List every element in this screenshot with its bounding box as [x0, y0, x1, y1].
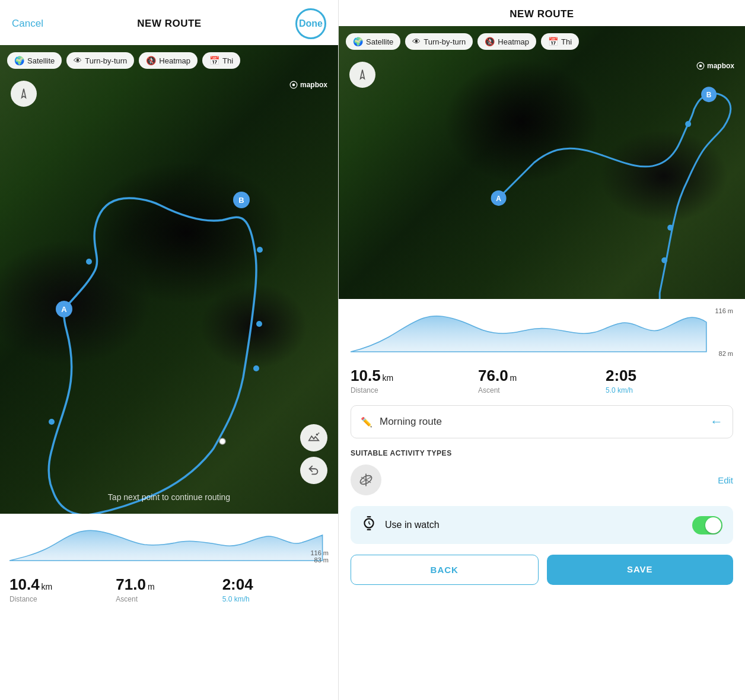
left-time-block: 2:04 5.0 km/h [222, 575, 329, 603]
left-distance-block: 10.4km Distance [9, 575, 116, 603]
right-satellite-pill[interactable]: 🌍 Satellite [346, 33, 400, 50]
right-distance-block: 10.5km Distance [351, 367, 478, 394]
right-navigation-button[interactable] [349, 62, 375, 88]
left-speed-value: 5.0 km/h [222, 595, 329, 603]
undo-button[interactable] [300, 457, 327, 484]
left-ascent-value: 71.0m [116, 575, 222, 594]
left-elevation-labels: 116 m 83 m [302, 522, 329, 564]
turn-by-turn-pill[interactable]: 👁 Turn-by-turn [66, 52, 134, 69]
satellite-label: Satellite [27, 56, 55, 65]
edit-button[interactable]: Edit [718, 475, 733, 485]
navigation-button[interactable] [11, 81, 37, 107]
bottom-buttons: BACK SAVE [351, 555, 733, 597]
svg-point-3 [257, 247, 263, 253]
right-time-value: 2:05 [606, 367, 733, 385]
svg-point-6 [49, 419, 55, 425]
satellite-pill[interactable]: 🌍 Satellite [7, 52, 62, 69]
left-elevation-chart: 116 m 83 m [9, 522, 329, 564]
elevation-min-right: 82 m [703, 350, 733, 357]
cancel-button[interactable]: Cancel [12, 18, 43, 30]
right-heatmap-icon: 🚷 [485, 37, 495, 46]
left-distance-value: 10.4km [9, 575, 116, 594]
svg-text:A: A [61, 305, 67, 314]
left-elevation-section: 116 m 83 m [0, 514, 338, 569]
left-panel: Cancel NEW ROUTE Done 🌍 Satellite 👁 Turn… [0, 0, 338, 700]
left-title: NEW ROUTE [137, 18, 201, 30]
elevation-max-right: 116 m [703, 307, 733, 314]
right-map-controls: 🌍 Satellite 👁 Turn-by-turn 🚷 Heatmap 📅 T… [346, 33, 738, 50]
use-in-watch-label: Use in watch [385, 520, 684, 530]
right-mapbox-logo: mapbox [696, 62, 734, 70]
svg-point-20 [685, 121, 691, 127]
save-button[interactable]: SAVE [547, 555, 734, 585]
right-eye-icon: 👁 [412, 37, 421, 46]
right-heatmap-label: Heatmap [498, 37, 529, 46]
eye-icon: 👁 [74, 56, 82, 65]
left-distance-label: Distance [9, 595, 116, 603]
svg-point-12 [316, 434, 319, 436]
route-path-left: A B [0, 45, 338, 514]
terrain-button[interactable] [300, 424, 327, 451]
map-hint: Tap next point to continue routing [0, 492, 338, 502]
svg-line-13 [318, 433, 319, 434]
right-satellite-label: Satellite [366, 37, 393, 46]
heatmap-label: Heatmap [159, 56, 190, 65]
route-arrow-icon: ← [710, 414, 723, 429]
elevation-max-left: 116 m [310, 549, 329, 556]
done-button[interactable]: Done [295, 8, 326, 39]
this-pill[interactable]: 📅 Thi [202, 52, 240, 69]
activity-row: Edit [351, 464, 733, 495]
left-map[interactable]: 🌍 Satellite 👁 Turn-by-turn 🚷 Heatmap 📅 T… [0, 45, 338, 514]
satellite-icon: 🌍 [14, 56, 24, 65]
left-time-value: 2:04 [222, 575, 329, 594]
use-in-watch-toggle[interactable] [692, 516, 722, 534]
route-name-text: Morning route [380, 416, 703, 428]
right-elevation-chart [351, 307, 733, 355]
right-map[interactable]: 🌍 Satellite 👁 Turn-by-turn 🚷 Heatmap 📅 T… [339, 26, 745, 299]
right-header: NEW ROUTE [339, 0, 745, 26]
right-this-pill[interactable]: 📅 Thi [541, 33, 579, 50]
svg-text:B: B [238, 196, 244, 205]
heatmap-pill[interactable]: 🚷 Heatmap [139, 52, 198, 69]
this-label: Thi [222, 56, 233, 65]
svg-point-21 [667, 225, 673, 231]
left-ascent-label: Ascent [116, 595, 222, 603]
right-ascent-label: Ascent [478, 386, 606, 394]
right-ascent-block: 76.0m Ascent [478, 367, 606, 394]
right-distance-label: Distance [351, 386, 478, 394]
right-ascent-value: 76.0m [478, 367, 606, 385]
route-name-input[interactable]: ✏️ Morning route ← [351, 405, 733, 438]
watch-icon [361, 516, 377, 534]
suitable-label: SUITABLE ACTIVITY TYPES [351, 449, 733, 457]
mapbox-logo: mapbox [289, 81, 327, 89]
calendar-icon: 📅 [209, 56, 219, 65]
left-stats: 10.4km Distance 71.0m Ascent 2:04 5.0 km… [0, 569, 338, 614]
right-panel: NEW ROUTE 🌍 Satellite 👁 Turn-by-turn 🚷 H… [339, 0, 745, 700]
right-elevation-labels: 116 m 82 m [703, 307, 733, 357]
left-header: Cancel NEW ROUTE Done [0, 0, 338, 45]
use-in-watch-box: Use in watch [351, 506, 733, 544]
svg-point-15 [699, 65, 702, 68]
svg-point-22 [661, 257, 667, 263]
svg-text:A: A [496, 195, 501, 203]
svg-point-1 [292, 84, 295, 87]
right-turn-pill[interactable]: 👁 Turn-by-turn [405, 33, 473, 50]
right-time-block: 2:05 5.0 km/h [606, 367, 733, 394]
route-path-right: A B [339, 26, 745, 299]
svg-text:B: B [706, 91, 712, 99]
right-distance-value: 10.5km [351, 367, 478, 385]
left-map-controls: 🌍 Satellite 👁 Turn-by-turn 🚷 Heatmap 📅 T… [7, 52, 331, 69]
svg-point-5 [253, 365, 259, 371]
turn-by-turn-label: Turn-by-turn [85, 56, 127, 65]
elevation-min-left: 83 m [314, 556, 329, 564]
right-turn-label: Turn-by-turn [424, 37, 466, 46]
svg-point-4 [256, 321, 262, 327]
svg-point-11 [219, 438, 225, 444]
back-button[interactable]: BACK [351, 555, 539, 585]
right-heatmap-pill[interactable]: 🚷 Heatmap [477, 33, 536, 50]
pencil-icon: ✏️ [361, 416, 372, 428]
svg-point-2 [86, 259, 92, 265]
right-content: 116 m 82 m 10.5km Distance 76.0m Ascent [339, 299, 745, 700]
right-speed-value: 5.0 km/h [606, 386, 733, 394]
right-elevation-section: 116 m 82 m [351, 307, 733, 357]
